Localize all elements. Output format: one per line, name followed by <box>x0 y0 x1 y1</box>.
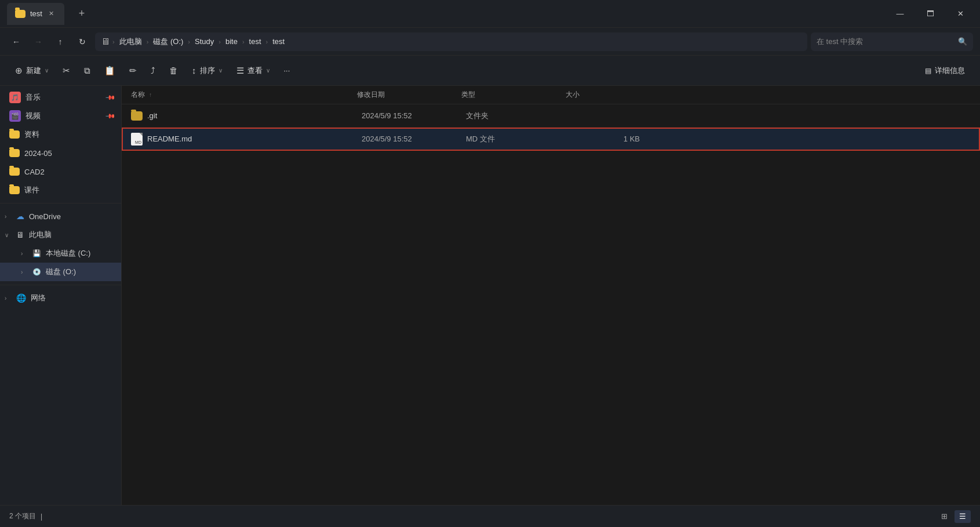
window-controls: — 🗖 ✕ <box>887 5 973 23</box>
tab-close-button[interactable]: ✕ <box>47 9 56 19</box>
folder-icon-2024 <box>9 149 20 157</box>
sort-button[interactable]: ↕ 排序 ∨ <box>186 60 228 81</box>
md-icon-readme: MD <box>131 133 143 146</box>
view-toggle-group: ⊞ ☰ <box>936 510 971 523</box>
breadcrumb-test2[interactable]: test <box>270 36 287 47</box>
sidebar-item-thispc[interactable]: ∨ 🖥 此电脑 <box>0 226 121 244</box>
tab-title: test <box>30 9 42 18</box>
address-bar: ← → ↑ ↻ 🖥 › 此电脑 › 磁盘 (O:) › Study › bite… <box>0 28 980 56</box>
view-icon: ☰ <box>236 66 244 76</box>
column-header: 名称 ↑ 修改日期 类型 大小 <box>122 86 980 104</box>
view-label: 查看 <box>247 66 263 76</box>
new-button[interactable]: ⊕ 新建 ∨ <box>9 60 54 81</box>
breadcrumb-thispc[interactable]: 此电脑 <box>117 35 144 48</box>
delete-button[interactable]: 🗑 <box>163 60 184 81</box>
sidebar-item-video[interactable]: 🎬 视频 📌 <box>0 107 121 125</box>
col-header-size[interactable]: 大小 <box>566 90 635 100</box>
folder-icon-cad2 <box>9 168 20 176</box>
breadcrumb-bite[interactable]: bite <box>223 36 240 47</box>
list-view-button[interactable]: ☰ <box>955 510 971 523</box>
status-separator: | <box>41 513 42 521</box>
drive-icon-c: 💾 <box>32 249 41 257</box>
file-row-readme[interactable]: MD README.md 2024/5/9 15:52 MD 文件 1 KB <box>122 128 980 151</box>
breadcrumb-bar[interactable]: 🖥 › 此电脑 › 磁盘 (O:) › Study › bite › test … <box>95 32 807 51</box>
sidebar-divider-2 <box>0 285 121 285</box>
delete-icon: 🗑 <box>169 66 178 75</box>
minimize-button[interactable]: — <box>887 5 913 23</box>
sidebar-local-c-label: 本地磁盘 (C:) <box>46 248 90 259</box>
sidebar-item-music[interactable]: 🎵 音乐 📌 <box>0 88 121 107</box>
more-icon: ··· <box>284 66 290 75</box>
file-date-readme: 2024/5/9 15:52 <box>362 135 466 143</box>
sidebar-divider-1 <box>0 203 121 203</box>
more-button[interactable]: ··· <box>278 60 296 81</box>
music-icon: 🎵 <box>9 92 21 103</box>
sidebar-video-label: 视频 <box>25 111 41 121</box>
sidebar-network-label: 网络 <box>31 293 46 303</box>
sidebar-item-course[interactable]: 课件 <box>0 181 121 199</box>
back-button[interactable]: ← <box>7 32 25 51</box>
file-row-git[interactable]: .git 2024/5/9 15:52 文件夹 <box>122 104 980 128</box>
cut-button[interactable]: ✂ <box>57 60 76 81</box>
action-bar-right: ▤ 详细信息 <box>919 60 971 81</box>
details-button[interactable]: ▤ 详细信息 <box>919 60 971 81</box>
sidebar-item-2024-05[interactable]: 2024-05 <box>0 144 121 162</box>
title-bar: test ✕ + — 🗖 ✕ <box>0 0 980 28</box>
file-type-readme: MD 文件 <box>466 134 570 144</box>
file-date-git: 2024/5/9 15:52 <box>362 111 466 120</box>
new-tab-button[interactable]: + <box>72 5 91 23</box>
sidebar-item-cad2[interactable]: CAD2 <box>0 162 121 181</box>
cut-icon: ✂ <box>63 66 70 76</box>
sidebar-item-data[interactable]: 资料 <box>0 125 121 144</box>
copy-icon: ⧉ <box>84 66 90 76</box>
sidebar-onedrive-label: OneDrive <box>29 212 61 221</box>
grid-view-button[interactable]: ⊞ <box>936 510 952 523</box>
sort-icon: ↕ <box>192 66 196 75</box>
copy-button[interactable]: ⧉ <box>78 60 96 81</box>
sidebar-cad2-label: CAD2 <box>24 168 45 176</box>
close-button[interactable]: ✕ <box>948 5 973 23</box>
file-name-readme: README.md <box>147 135 362 143</box>
details-label: 详细信息 <box>935 66 965 76</box>
sidebar-data-label: 资料 <box>24 129 39 140</box>
details-icon: ▤ <box>925 67 931 75</box>
expand-arrow-network: › <box>5 295 12 301</box>
maximize-button[interactable]: 🗖 <box>917 5 943 23</box>
rename-icon: ✏ <box>129 66 137 76</box>
paste-button[interactable]: 📋 <box>99 60 121 81</box>
sidebar-music-label: 音乐 <box>25 92 41 103</box>
search-icon[interactable]: 🔍 <box>958 37 967 46</box>
search-bar[interactable]: 在 test 中搜索 🔍 <box>811 32 973 51</box>
col-header-type[interactable]: 类型 <box>461 90 566 100</box>
main-layout: 🎵 音乐 📌 🎬 视频 📌 资料 2024-05 CAD2 课件 › <box>0 86 980 505</box>
share-button[interactable]: ⤴ <box>145 60 161 81</box>
breadcrumb-disk[interactable]: 磁盘 (O:) <box>151 35 185 48</box>
forward-button[interactable]: → <box>29 32 48 51</box>
sidebar-item-local-c[interactable]: › 💾 本地磁盘 (C:) <box>0 244 121 263</box>
expand-arrow-onedrive: › <box>5 213 12 220</box>
col-header-date[interactable]: 修改日期 <box>357 90 461 100</box>
share-icon: ⤴ <box>151 66 155 75</box>
folder-icon-git <box>131 111 143 121</box>
refresh-button[interactable]: ↻ <box>73 32 92 51</box>
folder-icon-data <box>9 130 20 139</box>
sidebar-item-network[interactable]: › 🌐 网络 <box>0 289 121 307</box>
action-toolbar: ⊕ 新建 ∨ ✂ ⧉ 📋 ✏ ⤴ 🗑 ↕ 排序 ∨ ☰ 查看 ∨ ··· ▤ 详… <box>0 56 980 86</box>
col-header-name[interactable]: 名称 ↑ <box>131 90 357 100</box>
new-icon: ⊕ <box>15 66 23 76</box>
sidebar-item-onedrive[interactable]: › ☁ OneDrive <box>0 207 121 226</box>
window-tab[interactable]: test ✕ <box>7 3 64 25</box>
view-button[interactable]: ☰ 查看 ∨ <box>231 60 276 81</box>
breadcrumb-test1[interactable]: test <box>247 36 264 47</box>
up-button[interactable]: ↑ <box>51 32 70 51</box>
sort-chevron-icon: ∨ <box>218 67 223 74</box>
rename-button[interactable]: ✏ <box>123 60 143 81</box>
sidebar: 🎵 音乐 📌 🎬 视频 📌 资料 2024-05 CAD2 课件 › <box>0 86 122 505</box>
sidebar-thispc-label: 此电脑 <box>29 230 52 240</box>
folder-icon-course <box>9 186 20 194</box>
pc-icon: 🖥 <box>16 230 24 239</box>
new-chevron-icon: ∨ <box>45 67 49 74</box>
breadcrumb-study[interactable]: Study <box>192 36 216 47</box>
view-chevron-icon: ∨ <box>266 67 270 74</box>
sidebar-item-disk-o[interactable]: › 💿 磁盘 (O:) <box>0 263 121 281</box>
